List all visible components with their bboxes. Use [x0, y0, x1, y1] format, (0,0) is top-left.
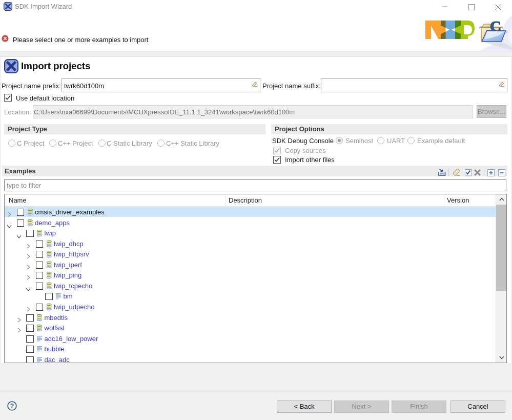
svg-text:?: ?	[10, 402, 14, 410]
